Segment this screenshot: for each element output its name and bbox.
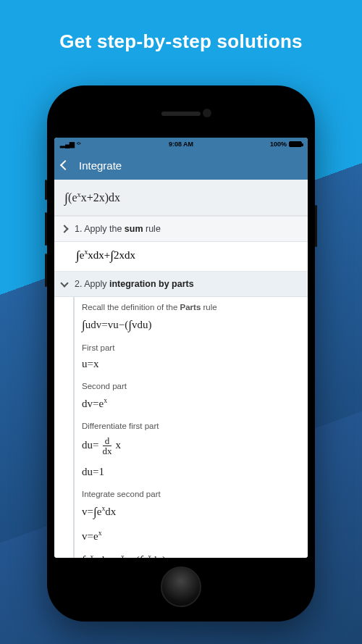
phone-frame: ▂▄▆ ⌔ 9:08 AM 100% Integrate ∫(exx+2x)dx [47, 85, 315, 622]
front-camera [203, 109, 211, 117]
volume-down [45, 254, 47, 287]
step-2-math-du-frac: du=ddxx [73, 432, 298, 461]
step-2-label-diff: Differentiate first part [73, 416, 298, 432]
step-2-math-v: v=ex [73, 524, 298, 548]
step-1: 1. Apply the sum rule ∫exxdx+∫2xdx [54, 216, 308, 271]
nav-title: Integrate [79, 159, 122, 172]
back-icon[interactable] [60, 160, 70, 170]
power-button [315, 205, 317, 247]
battery-icon [289, 141, 302, 147]
promo-headline: Get step-by-step solutions [0, 0, 362, 53]
chevron-down-icon [60, 279, 68, 287]
input-expression: ∫(exx+2x)dx [54, 180, 308, 216]
step-1-header[interactable]: 1. Apply the sum rule [54, 217, 308, 242]
step-2-math-dv: dv=ex [73, 392, 298, 416]
step-2-label-first: First part [73, 338, 298, 354]
phone-bezel: ▂▄▆ ⌔ 9:08 AM 100% Integrate ∫(exx+2x)dx [54, 93, 308, 614]
chevron-right-icon [60, 225, 68, 233]
step-2-math-u: u=x [73, 354, 298, 376]
status-battery: 100% [270, 141, 302, 148]
promo-background: Get step-by-step solutions ▂▄▆ ⌔ 9:08 AM… [0, 0, 362, 644]
step-2-body: Recall the definition of the Parts rule … [54, 297, 308, 558]
battery-percent: 100% [270, 141, 287, 148]
home-button[interactable] [161, 566, 201, 607]
step-2-math-du1: du=1 [73, 461, 298, 484]
step-1-result: ∫exxdx+∫2xdx [54, 242, 308, 271]
step-2-math-result: ∫exxdx=exx−(∫exdx) [73, 548, 298, 558]
nav-bar: Integrate [54, 151, 308, 180]
volume-up [45, 212, 47, 246]
step-2-title: 2. Apply integration by parts [75, 279, 194, 289]
step-2-header[interactable]: 2. Apply integration by parts [54, 272, 308, 297]
content-scroll[interactable]: ∫(exx+2x)dx 1. Apply the sum rule ∫e [54, 180, 308, 558]
step-2: 2. Apply integration by parts Recall the… [54, 271, 308, 558]
status-bar: ▂▄▆ ⌔ 9:08 AM 100% [54, 138, 308, 151]
step-1-title: 1. Apply the sum rule [75, 224, 161, 234]
mute-switch [45, 180, 47, 200]
step-2-label-parts: Recall the definition of the Parts rule [73, 297, 298, 313]
step-2-math-parts: ∫udv=vu−(∫vdu) [73, 313, 298, 338]
speaker-grille [161, 112, 201, 116]
status-signal: ▂▄▆ ⌔ [60, 141, 80, 148]
screen: ▂▄▆ ⌔ 9:08 AM 100% Integrate ∫(exx+2x)dx [54, 138, 308, 558]
step-2-label-second: Second part [73, 376, 298, 392]
step-2-math-v-int: v=∫exdx [73, 500, 298, 524]
step-2-label-int: Integrate second part [73, 484, 298, 500]
